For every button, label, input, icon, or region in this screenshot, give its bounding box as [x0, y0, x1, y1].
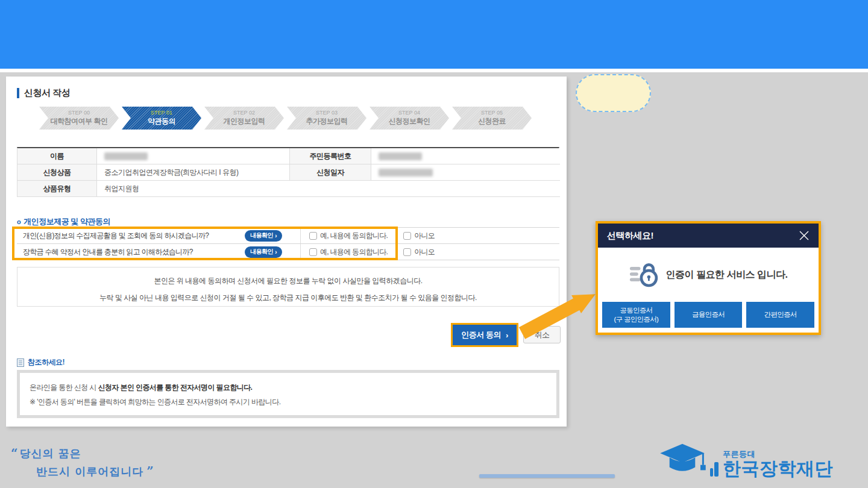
close-quote-icon: ” — [143, 464, 152, 478]
consent-question: 개인(신용)정보의 수집제공활용 및 조회에 동의 하시겠습니까? — [17, 231, 245, 241]
joint-certificate-button[interactable]: 공동인증서 (구 공인인증서) — [602, 302, 670, 328]
certificate-button-sublabel: (구 공인인증서) — [614, 315, 659, 324]
no-label: 아니오 — [414, 231, 435, 241]
step-label: 신청정보확인 — [389, 116, 430, 127]
title-accent-bar — [17, 88, 19, 98]
consent-section-title-text: 개인정보제공 및 약관동의 — [24, 216, 110, 227]
yes-label: 예, 내용에 동의합니다. — [320, 247, 388, 257]
redacted-date — [379, 169, 433, 177]
rrn-label: 주민등록번호 — [290, 148, 371, 164]
consent-rows: 개인(신용)정보의 수집제공활용 및 조회에 동의 하시겠습니까? 내용확인 ›… — [17, 227, 559, 260]
step-label: 약관동의 — [148, 116, 175, 127]
view-content-button[interactable]: 내용확인 › — [245, 246, 282, 258]
chevron-right-icon: › — [506, 331, 508, 340]
top-divider — [0, 69, 868, 72]
cancel-button[interactable]: 취소 — [523, 326, 561, 343]
declaration-line1: 본인은 위 내용에 동의하며 신청서에 필요한 정보를 누락 없이 사실만을 입… — [17, 276, 559, 286]
yes-checkbox[interactable] — [309, 248, 317, 256]
consent-row-scholarship-terms: 장학금 수혜 약정서 안내를 충분히 읽고 이해하셨습니까? 내용확인 › 예,… — [17, 244, 559, 260]
close-icon — [798, 230, 810, 242]
redacted-rrn — [379, 152, 422, 160]
certificate-agree-label: 인증서 동의 — [461, 330, 501, 340]
financial-certificate-button[interactable]: 금융인증서 — [675, 302, 743, 328]
declaration-line2: 누락 및 사실 아닌 내용 입력으로 신청이 거절 될 수 있고, 장학금 지급… — [17, 293, 559, 303]
certificate-buttons: 공동인증서 (구 공인인증서) 금융인증서 간편인증서 — [598, 302, 819, 328]
certificate-button-label: 금융인증서 — [692, 310, 725, 319]
reference-line1-bold: 신청자 본인 인증서를 통한 전자서명이 필요합니다. — [98, 383, 253, 392]
yes-label: 예, 내용에 동의합니다. — [320, 231, 388, 241]
consent-confirm-cell: 내용확인 › — [245, 230, 300, 242]
yes-checkbox[interactable] — [309, 232, 317, 240]
application-form-panel: 신청서 작성 STEP 00 대학참여여부 확인 STEP 01 약관동의 ST… — [6, 77, 567, 427]
reference-line2: ※ '인증서 동의' 버튼을 클릭하여 희망하는 인증서로 전자서명하여 주시기… — [30, 397, 556, 407]
step-label: 개인정보입력 — [224, 116, 265, 127]
reference-title: 참조하세요! — [17, 357, 64, 368]
type-label: 상품유형 — [17, 181, 97, 197]
certificate-agree-button[interactable]: 인증서 동의 › — [453, 325, 517, 345]
modal-message: 인증이 필요한 서비스 입니다. — [666, 269, 788, 281]
chevron-right-icon: › — [275, 233, 277, 239]
slogan-line1-text: 당신의 꿈은 — [19, 447, 81, 460]
step-label: 신청완료 — [478, 116, 506, 127]
bottom-scroll-bar[interactable] — [479, 474, 615, 478]
date-value — [371, 164, 560, 181]
no-label: 아니오 — [414, 247, 435, 257]
step-05-complete: STEP 05 신청완료 — [452, 107, 532, 130]
logo-main-text: 한국장학재단 — [723, 460, 833, 478]
simple-certificate-button[interactable]: 간편인증서 — [746, 302, 814, 328]
logo-small-text: 푸른등대 — [723, 450, 833, 458]
no-checkbox[interactable] — [403, 248, 411, 256]
name-value — [97, 148, 290, 164]
consent-confirm-cell: 내용확인 › — [245, 246, 300, 258]
rrn-value — [371, 148, 560, 164]
view-content-label: 내용확인 — [250, 248, 273, 256]
slogan: “ 당신의 꿈은 반드시 이루어집니다 ” — [11, 446, 153, 479]
certificate-button-label: 간편인증서 — [764, 310, 797, 319]
modal-title: 선택하세요! — [607, 230, 653, 242]
applicant-info-table: 이름 주민등록번호 신청상품 중소기업취업연계장학금(희망사다리 I 유형) 신… — [17, 147, 559, 197]
logo-text: 푸른등대 한국장학재단 — [723, 450, 833, 478]
choice-yes: 예, 내용에 동의합니다. — [309, 231, 388, 241]
consent-row-privacy: 개인(신용)정보의 수집제공활용 및 조회에 동의 하시겠습니까? 내용확인 ›… — [17, 228, 559, 244]
step-label: 대학참여여부 확인 — [51, 116, 108, 127]
reference-title-text: 참조하세요! — [28, 357, 64, 368]
modal-header: 선택하세요! — [598, 224, 819, 248]
reference-line1-normal: 온라인을 통한 신청 시 — [30, 383, 98, 392]
highlight-oval-annotation — [576, 74, 651, 112]
certificate-agree-highlight: 인증서 동의 › — [451, 323, 518, 347]
consent-choices: 예, 내용에 동의합니다. 아니오 — [300, 228, 559, 243]
slogan-line2-text: 반드시 이루어집니다 — [36, 465, 143, 478]
step-04-application-confirm: STEP 04 신청정보확인 — [370, 107, 449, 130]
consent-choices: 예, 내용에 동의합니다. 아니오 — [300, 244, 559, 260]
certificate-button-label: 공동인증서 — [620, 306, 652, 314]
step-03-additional-info: STEP 03 추가정보입력 — [287, 107, 366, 130]
modal-body: 인증이 필요한 서비스 입니다. — [598, 248, 819, 302]
section-bullet: o — [17, 218, 20, 225]
step-number: STEP 00 — [68, 110, 90, 116]
top-banner — [0, 0, 868, 69]
reference-box: 온라인을 통한 신청 시 신청자 본인 인증서를 통한 전자서명이 필요합니다.… — [17, 370, 559, 418]
redacted-name — [104, 152, 148, 160]
step-number: STEP 04 — [398, 110, 420, 116]
step-02-personal-info: STEP 02 개인정보입력 — [204, 107, 284, 130]
document-icon — [17, 358, 24, 367]
step-number: STEP 03 — [316, 110, 338, 116]
product-label: 신청상품 — [17, 164, 97, 181]
choice-yes: 예, 내용에 동의합니다. — [309, 247, 388, 257]
step-00-university-check: STEP 00 대학참여여부 확인 — [39, 107, 119, 130]
chevron-right-icon: › — [275, 249, 277, 255]
page-title-text: 신청서 작성 — [24, 87, 70, 99]
choice-no: 아니오 — [403, 231, 435, 241]
view-content-button[interactable]: 내용확인 › — [245, 230, 282, 242]
consent-question: 장학금 수혜 약정서 안내를 충분히 읽고 이해하셨습니까? — [17, 247, 245, 257]
product-value: 중소기업취업연계장학금(희망사다리 I 유형) — [97, 164, 290, 181]
page-title: 신청서 작성 — [17, 87, 70, 99]
no-checkbox[interactable] — [403, 232, 411, 240]
declaration-box: 본인은 위 내용에 동의하며 신청서에 필요한 정보를 누락 없이 사실만을 입… — [17, 267, 559, 307]
step-01-terms-agreement-active: STEP 01 약관동의 — [122, 107, 201, 130]
open-quote-icon: “ — [11, 446, 19, 460]
name-label: 이름 — [17, 148, 97, 164]
close-button[interactable] — [797, 228, 811, 243]
step-number: STEP 02 — [233, 110, 255, 116]
choice-no: 아니오 — [403, 247, 435, 257]
